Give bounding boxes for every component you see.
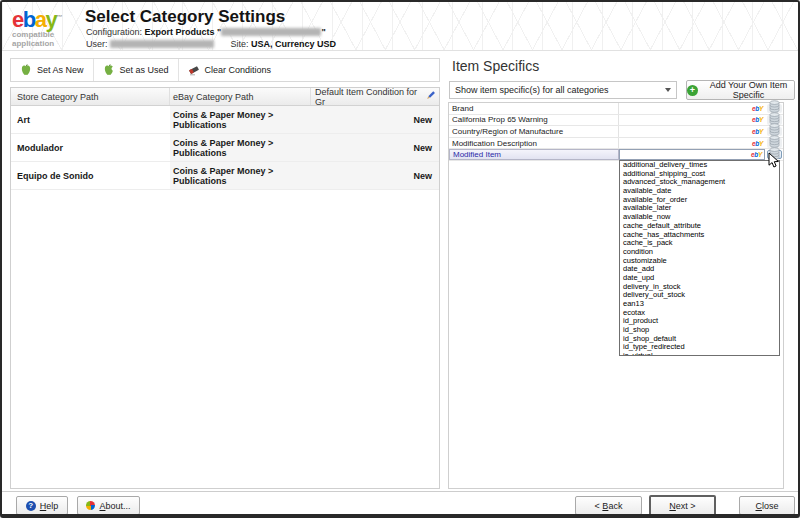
mouse-cursor-icon xyxy=(768,152,780,174)
set-as-new-button[interactable]: Set As New xyxy=(11,59,94,81)
footer-divider xyxy=(2,491,798,492)
condition-cell: New xyxy=(311,162,439,189)
header: ebay™ compatible application Select Cate… xyxy=(2,2,798,51)
column-default-item-condition[interactable]: Default Item Condition for Gr xyxy=(311,88,439,105)
chevron-down-icon[interactable] xyxy=(660,82,676,98)
edit-pencil-icon[interactable] xyxy=(425,90,436,103)
redacted-user-name xyxy=(110,40,214,48)
store-category-cell: Art xyxy=(11,106,170,133)
add-item-specific-button[interactable]: + Add Your Own Item Specific xyxy=(686,80,795,100)
help-icon: ? xyxy=(26,501,36,511)
item-specific-value: ebY xyxy=(619,149,783,160)
back-button[interactable]: < Back xyxy=(575,496,642,515)
column-store-category-path[interactable]: Store Category Path xyxy=(11,88,170,105)
column-ebay-category-path[interactable]: eBay Category Path xyxy=(170,88,311,105)
item-specific-name: Country/Region of Manufacture xyxy=(449,126,619,137)
item-specific-name: Modified Item xyxy=(449,149,619,160)
table-row[interactable]: Modulador Coins & Paper Money > Publicat… xyxy=(11,134,439,162)
item-specific-row[interactable]: Brand ebY xyxy=(449,103,783,115)
configuration-line: Configuration: Export Products "" xyxy=(86,27,326,37)
ebay-mini-icon: ebY xyxy=(752,116,763,123)
plus-icon: + xyxy=(687,85,698,96)
category-table: Store Category Path eBay Category Path D… xyxy=(10,87,440,489)
about-balloon-icon xyxy=(86,501,95,510)
ebay-mini-icon: ebY xyxy=(751,151,762,158)
item-specifics-title: Item Specifics xyxy=(452,58,539,74)
apple-new-icon xyxy=(20,64,32,76)
app-window: ebay™ compatible application Select Cate… xyxy=(0,0,800,518)
help-button[interactable]: ? Help xyxy=(16,496,68,515)
condition-cell: New xyxy=(311,106,439,133)
database-field-dropdown: additional_delivery_times additional_shi… xyxy=(619,160,780,356)
eraser-icon xyxy=(188,64,200,76)
store-category-cell: Equipo de Sonido xyxy=(11,162,170,189)
table-row[interactable]: Equipo de Sonido Coins & Paper Money > P… xyxy=(11,162,439,190)
apple-used-icon xyxy=(103,64,115,76)
item-specific-value: ebY xyxy=(619,126,783,137)
item-specific-row[interactable]: Country/Region of Manufacture ebY xyxy=(449,126,783,138)
item-specific-value: ebY xyxy=(619,138,783,149)
condition-cell: New xyxy=(311,134,439,161)
item-specific-field[interactable]: ebY xyxy=(619,149,765,160)
ebay-mini-icon: ebY xyxy=(752,140,763,147)
close-button[interactable]: Close xyxy=(739,496,795,515)
logo-tagline: compatible application xyxy=(12,31,62,48)
category-rows: Art Coins & Paper Money > Publications N… xyxy=(11,106,439,190)
store-category-cell: Modulador xyxy=(11,134,170,161)
dropdown-item[interactable]: is_virtual xyxy=(620,352,779,356)
user-line: User: Site: USA, Currency USD xyxy=(86,39,336,49)
category-filter-select[interactable]: Show item specific(s) for all categories xyxy=(449,81,677,99)
item-specific-value: ebY xyxy=(619,115,783,126)
ebay-mini-icon: ebY xyxy=(752,105,763,112)
next-button[interactable]: Next > xyxy=(649,495,716,516)
item-specific-row[interactable]: California Prop 65 Warning ebY xyxy=(449,115,783,127)
ebay-category-cell: Coins & Paper Money > Publications xyxy=(170,106,311,133)
table-row[interactable]: Art Coins & Paper Money > Publications N… xyxy=(11,106,439,134)
ebay-category-cell: Coins & Paper Money > Publications xyxy=(170,162,311,189)
item-specific-name: California Prop 65 Warning xyxy=(449,115,619,126)
item-specific-field[interactable]: ebY xyxy=(619,103,765,114)
category-table-header: Store Category Path eBay Category Path D… xyxy=(11,88,439,106)
item-specific-field[interactable]: ebY xyxy=(619,115,765,126)
item-specific-field[interactable]: ebY xyxy=(619,126,765,137)
item-specific-name: Brand xyxy=(449,103,619,114)
ebay-mini-icon: ebY xyxy=(752,128,763,135)
ebay-category-cell: Coins & Paper Money > Publications xyxy=(170,134,311,161)
item-specific-value: ebY xyxy=(619,103,783,114)
item-specific-name: Modification Description xyxy=(449,138,619,149)
about-button[interactable]: About... xyxy=(77,496,140,515)
item-specific-field[interactable]: ebY xyxy=(619,138,765,149)
condition-toolbar: Set As New Set as Used Clear Conditions xyxy=(10,58,440,82)
item-specific-row[interactable]: Modification Description ebY xyxy=(449,138,783,150)
ebay-logo: ebay™ compatible application xyxy=(12,8,62,48)
redacted-configuration-name xyxy=(221,28,321,36)
item-specific-rows: Brand ebY California Prop 65 W xyxy=(449,103,783,161)
set-as-used-button[interactable]: Set as Used xyxy=(94,59,179,81)
clear-conditions-button[interactable]: Clear Conditions xyxy=(179,59,281,81)
page-title: Select Category Settings xyxy=(85,7,285,27)
